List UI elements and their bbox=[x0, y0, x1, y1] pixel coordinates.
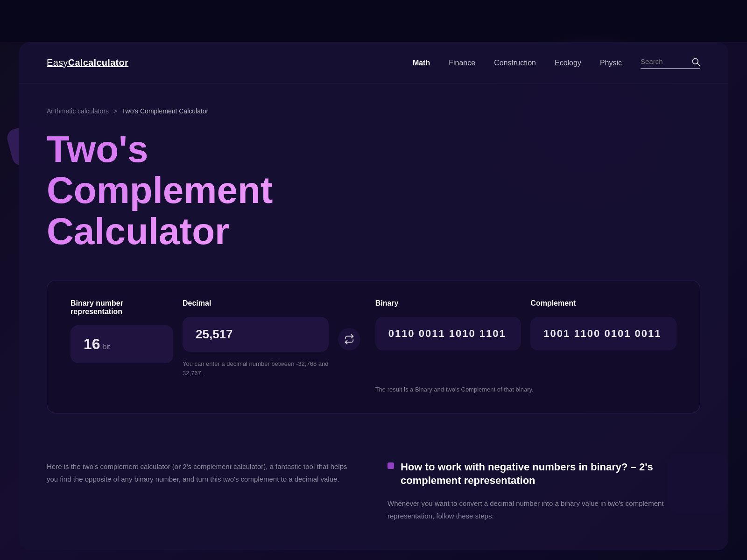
logo-prefix: Easy bbox=[47, 57, 68, 68]
navbar: EasyCalcalculator Math Finance Construct… bbox=[19, 42, 728, 84]
breadcrumb-parent[interactable]: Arithmetic calculators bbox=[47, 107, 109, 115]
search-input[interactable] bbox=[641, 57, 687, 65]
breadcrumb-separator: > bbox=[113, 107, 117, 115]
decimal-hint: You can enter a decimal number between -… bbox=[183, 359, 329, 378]
decimal-column: Decimal You can enter a decimal number b… bbox=[183, 299, 329, 378]
calculator-card: Binary numberrepresentation 16 bit Decim… bbox=[47, 280, 700, 413]
decimal-input[interactable] bbox=[183, 317, 329, 352]
binary-header: Binary bbox=[375, 299, 521, 308]
page-title-line1: Two's Complement bbox=[47, 128, 273, 211]
description-text: Here is the two's complement calculator … bbox=[47, 460, 359, 485]
top-band bbox=[0, 0, 747, 42]
bits-column: Binary numberrepresentation 16 bit bbox=[70, 299, 173, 363]
bit-value: 16 bbox=[84, 336, 100, 353]
logo[interactable]: EasyCalcalculator bbox=[47, 57, 128, 68]
swap-button[interactable] bbox=[338, 328, 360, 350]
complement-header: Complement bbox=[530, 299, 677, 308]
info-box: How to work with negative numbers in bin… bbox=[388, 460, 700, 522]
nav-item-math[interactable]: Math bbox=[413, 59, 430, 67]
bits-header: Binary numberrepresentation bbox=[70, 299, 173, 316]
nav-item-construction[interactable]: Construction bbox=[494, 59, 536, 67]
page-title: Two's Complement Calculator bbox=[47, 129, 374, 252]
nav-link-math[interactable]: Math bbox=[413, 59, 430, 67]
bit-display: 16 bit bbox=[70, 325, 173, 363]
page-wrapper: EasyCalcalculator Math Finance Construct… bbox=[0, 0, 747, 560]
search-button[interactable] bbox=[691, 57, 700, 66]
breadcrumb-current: Two's Complement Calculator bbox=[122, 107, 209, 115]
main-card: EasyCalcalculator Math Finance Construct… bbox=[19, 42, 728, 550]
binary-column: Binary 0110 0011 1010 1101 bbox=[375, 299, 521, 350]
info-box-header: How to work with negative numbers in bin… bbox=[388, 460, 700, 488]
info-body: Whenever you want to convert a decimal n… bbox=[388, 497, 700, 522]
nav-item-finance[interactable]: Finance bbox=[449, 59, 475, 67]
hero-section: Arithmetic calculators > Two's Complemen… bbox=[19, 84, 728, 252]
result-hint: The result is a Binary and two's Complem… bbox=[375, 385, 677, 394]
decimal-header: Decimal bbox=[183, 299, 329, 308]
hints-row: The result is a Binary and two's Complem… bbox=[70, 378, 677, 394]
search-icon bbox=[691, 57, 700, 66]
calc-grid: Binary numberrepresentation 16 bit Decim… bbox=[70, 299, 677, 378]
binary-value: 0110 0011 1010 1101 bbox=[375, 317, 521, 350]
search-container bbox=[641, 57, 700, 69]
bottom-section: Here is the two's complement calculator … bbox=[19, 432, 728, 550]
bit-unit: bit bbox=[103, 343, 110, 350]
info-bullet bbox=[388, 462, 394, 469]
info-title: How to work with negative numbers in bin… bbox=[401, 460, 700, 488]
svg-line-1 bbox=[698, 63, 700, 65]
swap-column bbox=[338, 299, 366, 350]
nav-link-construction[interactable]: Construction bbox=[494, 59, 536, 67]
complement-column: Complement 1001 1100 0101 0011 bbox=[530, 299, 677, 350]
logo-suffix: Calcalculator bbox=[68, 57, 129, 68]
nav-link-finance[interactable]: Finance bbox=[449, 59, 475, 67]
nav-item-ecology[interactable]: Ecology bbox=[555, 59, 581, 67]
nav-link-ecology[interactable]: Ecology bbox=[555, 59, 581, 67]
nav-item-physic[interactable]: Physic bbox=[600, 59, 622, 67]
swap-icon bbox=[344, 334, 354, 344]
description-column: Here is the two's complement calculator … bbox=[47, 460, 359, 522]
nav-link-physic[interactable]: Physic bbox=[600, 59, 622, 67]
nav-links: Math Finance Construction Ecology Physic bbox=[413, 59, 622, 67]
page-title-line2: Calculator bbox=[47, 210, 229, 252]
breadcrumb: Arithmetic calculators > Two's Complemen… bbox=[47, 107, 700, 115]
complement-value: 1001 1100 0101 0011 bbox=[530, 317, 677, 350]
